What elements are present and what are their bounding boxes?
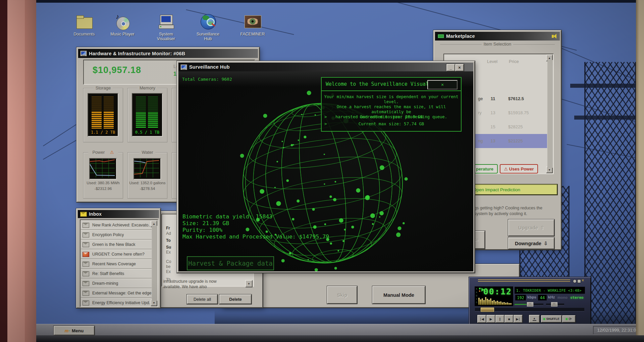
- desktop-icon-surveillance[interactable]: SurveillanceHub: [191, 13, 225, 41]
- inbox-subject: Green is the New Black: [92, 242, 136, 247]
- inbox-subject: New Rank Achieved: Excavato...: [92, 223, 152, 227]
- email-field-fragment: be: [166, 264, 170, 269]
- seek-bar[interactable]: [475, 308, 584, 312]
- downgrade-button[interactable]: Downgrade⇩: [508, 237, 554, 249]
- balance-slider-thumb[interactable]: [551, 302, 558, 307]
- mail-icon: [83, 300, 89, 305]
- eye-icon: [244, 13, 261, 30]
- email-field-fragment: Ad: [166, 231, 171, 236]
- welcome-dialog-title: Welcome to the Surveillance Visualiser!: [326, 81, 444, 87]
- hardware-titlebar: Hardware & Infrastructure Monitor: #06B: [78, 49, 258, 58]
- player-minimize-icon[interactable]: [573, 279, 577, 283]
- inbox-item[interactable]: Dream-mining: [81, 279, 152, 288]
- minimize-button[interactable]: _: [446, 64, 455, 71]
- scrollbar-track[interactable]: [547, 60, 553, 168]
- eject-button[interactable]: ▲: [529, 315, 540, 323]
- water-label: Water: [140, 150, 155, 155]
- inbox-item[interactable]: Re: Staff Benefits: [81, 269, 152, 278]
- cooling-description: gs getting high? Cooling reduces the sys…: [474, 205, 556, 217]
- monitor-icon: [80, 51, 87, 56]
- money-icon: [438, 34, 444, 38]
- inbox-title: Inbox: [89, 211, 102, 217]
- prev-button[interactable]: ∣◀: [477, 315, 486, 323]
- volume-slider-thumb[interactable]: [527, 302, 534, 307]
- inbox-item[interactable]: URGENT: Come here often?: [81, 250, 152, 259]
- player-close-icon[interactable]: ×: [582, 278, 584, 283]
- player-shade-icon[interactable]: [577, 279, 581, 283]
- delete-all-button[interactable]: Delete all: [187, 294, 218, 304]
- balance-slider[interactable]: [546, 303, 564, 305]
- repeat-button[interactable]: ⟳: [562, 315, 576, 323]
- inbox-scrollbar-track[interactable]: [152, 226, 157, 301]
- email-scroll-down-icon[interactable]: ▼: [245, 280, 253, 287]
- email-field-fragment: Ex: [166, 269, 171, 274]
- samplerate-unit: kHz: [548, 295, 555, 299]
- welcome-close-button[interactable]: ×: [427, 80, 458, 89]
- seek-handle[interactable]: [480, 307, 494, 312]
- stat-line: Biometric data yield: 15843: [182, 213, 329, 220]
- close-button[interactable]: ×: [455, 64, 464, 71]
- mail-icon: [83, 281, 89, 286]
- inbox-item[interactable]: Encryption Policy: [81, 230, 152, 240]
- power-group: Power ⚠ Used: 380.35 MWh -$2312.96: [83, 152, 123, 199]
- min-size-line: Current min size: 28.9 GB: [322, 114, 461, 119]
- surveillance-titlebar: Surveillance Hub _ ×: [178, 63, 473, 71]
- mail-icon: [83, 262, 89, 267]
- power-graph: [89, 158, 117, 180]
- column-price: Price: [509, 59, 519, 64]
- desktop-icon-music-player[interactable]: ♪Music Player: [105, 13, 140, 37]
- inbox-item[interactable]: External Message: Get the edge...: [81, 288, 152, 298]
- storage-value: 1.1 / 2 TB: [88, 130, 118, 135]
- harvest-package-button[interactable]: Harvest & Package data: [187, 256, 274, 270]
- shuffle-button[interactable]: SHUFFLE: [541, 315, 562, 323]
- total-cameras: Total Cameras: 9602: [182, 77, 232, 82]
- harvest-stats: Biometric data yield: 15843Size: 21.39 G…: [182, 213, 329, 240]
- uses-power-badge: ⚠ Uses Power: [500, 164, 538, 174]
- spectrum-analyzer: [478, 296, 511, 305]
- delete-button[interactable]: Delete: [219, 294, 252, 304]
- inbox-item[interactable]: Recent News Coverage: [81, 259, 152, 269]
- upgrade-button[interactable]: Upgrade⇧: [508, 219, 554, 236]
- pause-button[interactable]: ∥: [495, 315, 504, 323]
- desktop-icon-system[interactable]: SystemVisualiser: [149, 13, 183, 41]
- water-group: Water Used: 1352.0 gallons -$278.54: [127, 152, 167, 199]
- track-display[interactable]: 1. TEKRIDER - WORKLIFE <3:48>: [515, 287, 585, 294]
- item-price: $15918.75: [508, 110, 535, 115]
- stat-line: Size: 21.39 GB: [182, 220, 329, 227]
- play-button[interactable]: ▶: [486, 315, 495, 323]
- email-field-fragment: Su: [166, 245, 171, 250]
- mail-icon: [83, 242, 89, 247]
- skip-button[interactable]: Skip: [327, 286, 357, 304]
- power-label: Power ⚠: [88, 150, 118, 155]
- storage-group: Storage 1.1 / 2 TB: [83, 88, 123, 142]
- folder-icon: [75, 13, 93, 30]
- mail-icon: [83, 223, 89, 228]
- item-level: 13: [485, 110, 500, 115]
- inbox-icon: [80, 212, 87, 217]
- mono-indicator: mono: [557, 295, 568, 299]
- icon-label: SurveillanceHub: [191, 32, 225, 41]
- desktop-icon-documents[interactable]: Documents: [67, 13, 102, 37]
- monitor-bezel-left: [25, 0, 36, 342]
- inbox-item[interactable]: Energy Efficiency Initiative Upd...: [81, 298, 152, 307]
- desktop-icon-faceminer[interactable]: FACEMINER: [235, 13, 270, 37]
- inbox-item[interactable]: New Rank Achieved: Excavato...: [81, 220, 152, 230]
- computer-icon: [157, 13, 175, 30]
- mail-icon: [83, 232, 89, 237]
- next-button[interactable]: ▶∣: [514, 315, 523, 323]
- player-titlebar[interactable]: [478, 279, 570, 282]
- bitrate-display: 192: [515, 295, 526, 300]
- inbox-titlebar: Inbox: [78, 210, 159, 218]
- open-impact-prediction-button[interactable]: Open Impact Prediction: [470, 184, 557, 195]
- crt-screen: Documents♪Music PlayerSystemVisualiserSu…: [0, 0, 644, 342]
- monitor-bezel-left: [7, 0, 25, 342]
- stop-button[interactable]: ■: [504, 315, 514, 323]
- manual-mode-button[interactable]: Manual Mode: [372, 286, 425, 304]
- inbox-item[interactable]: Green is the New Black: [81, 240, 152, 249]
- memory-group: Memory 0.5 / 1 TB: [127, 88, 167, 142]
- menu-button[interactable]: m° Menu: [54, 326, 95, 335]
- temperature-badge: perature: [472, 164, 498, 174]
- surveillance-viewport: Total Cameras: 9602 Biometric data yield…: [178, 71, 473, 271]
- samplerate-display: 44: [538, 295, 547, 300]
- volume-slider[interactable]: [515, 303, 543, 305]
